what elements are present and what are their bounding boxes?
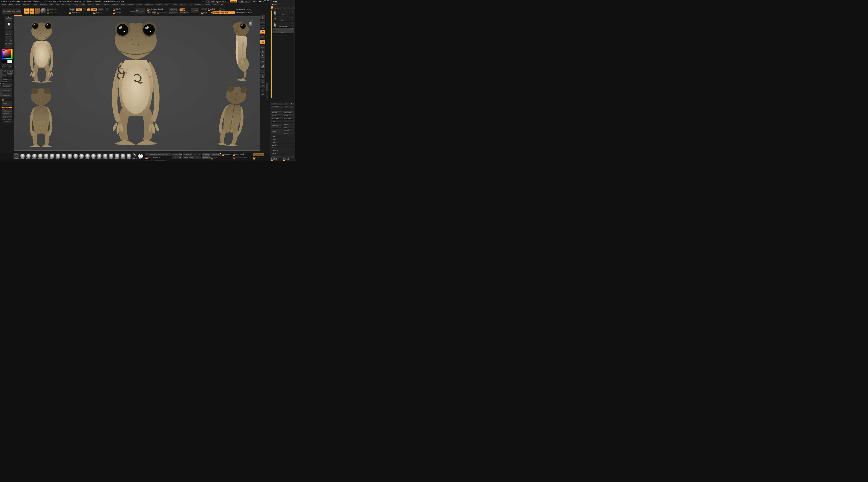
fill-object-button[interactable]: FillObject — [2, 78, 12, 80]
shelf-button[interactable]: ◇ Xpose — [260, 79, 266, 83]
menu-item[interactable]: Picker — [136, 3, 143, 6]
secondary-color-swatch[interactable] — [2, 60, 7, 63]
subtool-item[interactable]: ▾●●◐◑✎ CHINCHORRERO1 — [273, 22, 294, 27]
brush-tile[interactable]: Preassur — [90, 153, 96, 159]
expand-left-icon[interactable]: ◀ — [0, 85, 1, 86]
shelf-button[interactable]: ◍ — [261, 93, 265, 96]
primary-color-swatch[interactable] — [7, 60, 12, 63]
menu-item[interactable]: Document — [22, 3, 32, 6]
brush-tile[interactable]: SoftP_3 — [132, 153, 137, 159]
symmetry-button[interactable]: Symmetry — [2, 106, 12, 109]
menus-button[interactable]: Menus — [230, 0, 238, 3]
polygroups-button[interactable]: Polygroups — [2, 109, 12, 111]
clear-all-button[interactable]: Clear All — [2, 121, 13, 123]
live-boolean-button[interactable]: Live Boolean — [12, 8, 21, 14]
target-polygons-slider[interactable]: Target Polygons Count 5 — [147, 8, 163, 10]
divider-up-icon[interactable]: ▲ — [266, 91, 268, 92]
default-zscript-button[interactable]: DefaultZScript — [238, 0, 251, 3]
material-preset[interactable]: MAH_S — [7, 74, 12, 78]
eye-icon[interactable] — [292, 28, 293, 29]
bottom-divider-scroll-2[interactable] — [155, 160, 166, 161]
view-tab[interactable]: V5 — [283, 7, 286, 9]
alpha-selector-button[interactable]: Alpha Off — [5, 30, 13, 36]
keepcreases-button[interactable]: KeepCreases — [169, 11, 178, 14]
material-preset[interactable]: zbro_Pa — [2, 70, 7, 74]
menu-item[interactable]: Light — [80, 3, 87, 6]
right-divider-scroll-2[interactable] — [266, 95, 268, 102]
zsub-button[interactable]: Zsub — [98, 8, 104, 11]
zremesher-button[interactable]: ZRemesher — [135, 8, 145, 14]
material-selector-button[interactable]: zbro_skinWAX — [5, 43, 13, 49]
morph-uv-button[interactable]: Morph UV — [2, 116, 12, 118]
smoothness-slider[interactable]: Smoothness — [2, 98, 12, 100]
s-smt-slider[interactable]: S Smt 5 — [202, 11, 209, 13]
brush-tile[interactable]: SnakeH — [25, 153, 31, 159]
left-divider-scroll-2[interactable] — [0, 87, 2, 96]
material-toggle-button[interactable]: ◯ — [35, 8, 39, 14]
strokes-count-slider[interactable]: Strokes Count — [222, 153, 232, 155]
expand-right-icon[interactable]: ▶ — [0, 83, 1, 84]
menu-item[interactable]: Stroke — [171, 3, 178, 6]
brush-tile[interactable]: Polish — [108, 153, 114, 159]
menu-item[interactable]: Zplugin — [203, 3, 211, 6]
shelf-button[interactable]: ⇄ L.Sym — [260, 35, 266, 39]
thick-slider[interactable]: Thick 0.02 — [208, 8, 218, 10]
del-other-button[interactable]: Del Other — [283, 129, 294, 131]
brush-tile[interactable]: SO_Cla — [43, 153, 49, 159]
color-cursor[interactable] — [3, 50, 4, 51]
preserve-length-slider[interactable]: Preserve Length 0 — [233, 153, 252, 155]
mask-by-polygroups-slider[interactable]: Mask By Polygroups 0 — [146, 157, 171, 159]
new-folder-button[interactable]: New Folder — [271, 106, 283, 108]
subtool-section-row[interactable]: Distribute — [270, 149, 295, 152]
paste-button[interactable]: Paste — [283, 120, 294, 122]
brush-tile[interactable]: SliceCu — [120, 153, 126, 159]
menu-item[interactable]: Movie — [120, 3, 127, 6]
tpose-mesh-button[interactable]: TPoseMesh — [2, 88, 12, 92]
all-to-home-button[interactable]: All To Home — [271, 117, 282, 119]
keepgroups-button[interactable]: KeepGroups — [169, 8, 177, 11]
menu-item[interactable]: IAN — [60, 3, 66, 6]
brush-tile[interactable]: SelectR — [13, 153, 20, 159]
brush-tile[interactable]: Cloth_ — [49, 153, 55, 159]
shelf-button[interactable]: ↻ XYZ — [260, 39, 266, 44]
m-button[interactable]: M — [83, 8, 86, 11]
screens-icon[interactable] — [264, 1, 265, 2]
menu-item[interactable]: Brush — [8, 3, 15, 6]
menu-item[interactable]: Stencil — [163, 3, 170, 6]
all-to-target-button[interactable]: All To Target — [283, 117, 294, 119]
eye-icon[interactable] — [292, 11, 293, 12]
subtool-list[interactable]: ▾●●◐◑✎ NEW ▾●●◐◑✎ ojos1_7 ▾●●◐◑✎ CHINCHO… — [271, 10, 294, 102]
adjust-last-slider[interactable]: AdjustLast — [211, 157, 232, 159]
canvas-hscroll-handle[interactable] — [14, 15, 22, 16]
shelf-button[interactable]: Line Fill ▦ PolyF — [260, 59, 266, 64]
edit-button[interactable]: ✎Edit — [24, 8, 29, 14]
menu-item[interactable]: Layer — [73, 3, 80, 6]
collapse-right-icon[interactable]: ▮▮▶ — [258, 1, 262, 2]
home-page-button[interactable]: Home Page — [2, 8, 12, 14]
unwrap-button[interactable]: Unwrap — [2, 101, 12, 106]
subtool-section-row[interactable]: Boolean — [270, 141, 295, 144]
shelf-button[interactable]: x y z ▼ Floor — [260, 25, 266, 30]
rgb-intensity-slider[interactable]: Rgb Intensity 100 — [69, 11, 88, 13]
material-preset[interactable]: zbro_Ey — [2, 74, 7, 78]
same-button[interactable]: Same — [152, 11, 156, 14]
z-intensity-slider[interactable]: Z Intensity 25 — [93, 11, 106, 13]
shelf-button[interactable]: ◎ Zoom3D — [260, 49, 266, 54]
toggle-mask-by-polygroups-button[interactable]: Toggle Mask By Polygroups — [145, 153, 172, 156]
view-tab[interactable]: V6 — [286, 7, 289, 9]
view-tab[interactable]: V8 — [292, 7, 295, 9]
material-preset[interactable]: Flat Co — [2, 66, 7, 70]
bottom-up-icon[interactable]: ▲ — [151, 159, 152, 161]
project-section-row[interactable]: Project — [270, 3, 295, 6]
brush-tile[interactable]: ClipCur — [114, 153, 120, 159]
folder-out-button[interactable]: ↱ — [284, 106, 289, 108]
subtool-item[interactable]: ▾●●◐◑✎ ojos1_7 — [273, 16, 294, 22]
autoreorder-button[interactable]: AutoReorder — [283, 111, 294, 114]
brush-tile[interactable]: HardP_ — [137, 153, 144, 159]
view-tab[interactable]: V7 — [289, 7, 292, 9]
duplicate-button[interactable]: Duplicate — [271, 123, 282, 129]
interpolate-button[interactable]: Interpolate — [211, 153, 221, 156]
extract-button[interactable]: Extract — [191, 8, 199, 13]
menu-item[interactable]: Material — [111, 3, 119, 6]
all-low-button[interactable]: All Low — [271, 114, 282, 117]
